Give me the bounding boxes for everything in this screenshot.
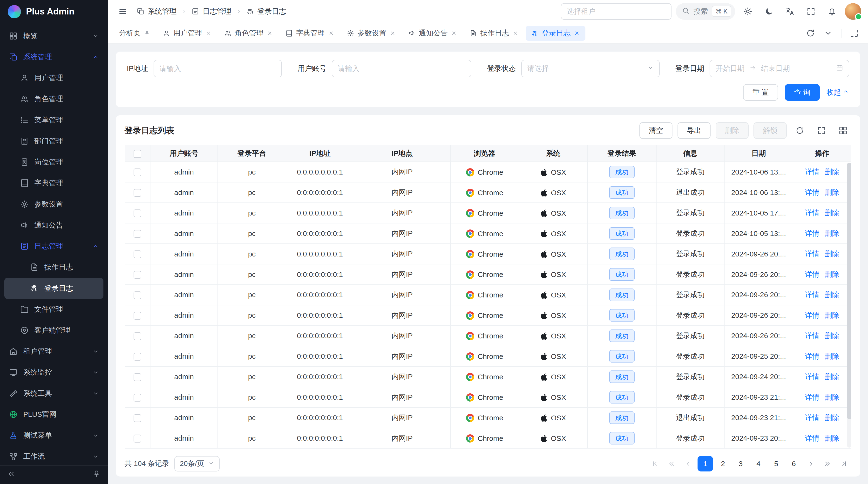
sidebar-item-test-menu[interactable]: 测试菜单: [4, 425, 103, 446]
detail-link[interactable]: 详情: [805, 332, 819, 340]
sidebar-item-user-mgmt[interactable]: 用户管理: [4, 67, 103, 89]
scrollbar-thumb[interactable]: [847, 163, 851, 419]
settings-button[interactable]: [740, 3, 756, 20]
select-all-checkbox[interactable]: [133, 150, 141, 158]
detail-link[interactable]: 详情: [805, 270, 819, 278]
pin-sidebar-button[interactable]: [92, 470, 100, 480]
detail-link[interactable]: 详情: [805, 291, 819, 299]
detail-link[interactable]: 详情: [805, 373, 819, 381]
row-checkbox[interactable]: [133, 312, 141, 320]
detail-link[interactable]: 详情: [805, 311, 819, 319]
sidebar-item-workflow[interactable]: 工作流: [4, 446, 103, 465]
prev-page-button[interactable]: [681, 456, 695, 471]
close-icon[interactable]: [267, 30, 273, 36]
sidebar-item-role-mgmt[interactable]: 角色管理: [4, 89, 103, 109]
next-5-pages-button[interactable]: [820, 456, 835, 471]
delete-link[interactable]: 删除: [825, 168, 839, 176]
detail-link[interactable]: 详情: [805, 434, 819, 442]
delete-link[interactable]: 删除: [825, 188, 839, 196]
delete-link[interactable]: 删除: [825, 393, 839, 401]
tab-dict-mgmt[interactable]: 字典管理: [280, 26, 340, 41]
tab-op-log[interactable]: 操作日志: [464, 26, 524, 41]
table-fullscreen-button[interactable]: [813, 122, 830, 139]
row-checkbox[interactable]: [133, 374, 141, 381]
detail-link[interactable]: 详情: [805, 168, 819, 176]
sidebar-item-client-mgmt[interactable]: 客户端管理: [4, 320, 103, 341]
tab-param-settings[interactable]: 参数设置: [341, 26, 401, 41]
close-icon[interactable]: [451, 30, 457, 36]
theme-toggle-button[interactable]: [761, 3, 777, 20]
sidebar-item-dept-mgmt[interactable]: 部门管理: [4, 131, 103, 152]
ip-input[interactable]: [154, 60, 282, 77]
row-checkbox[interactable]: [133, 168, 141, 176]
close-icon[interactable]: [513, 30, 518, 36]
detail-link[interactable]: 详情: [805, 352, 819, 360]
page-1-button[interactable]: 1: [698, 456, 713, 472]
row-checkbox[interactable]: [133, 332, 141, 340]
delete-link[interactable]: 删除: [825, 352, 839, 360]
breadcrumb-item-log-mgmt[interactable]: 日志管理: [191, 6, 231, 17]
delete-link[interactable]: 删除: [825, 270, 839, 278]
row-checkbox[interactable]: [133, 394, 141, 401]
tab-login-log[interactable]: 登录日志: [526, 26, 585, 41]
last-page-button[interactable]: [837, 456, 851, 471]
delete-link[interactable]: 删除: [825, 414, 839, 422]
sidebar-item-login-log[interactable]: 登录日志: [4, 278, 103, 299]
page-2-button[interactable]: 2: [715, 456, 731, 472]
refresh-tab-button[interactable]: [802, 25, 819, 41]
detail-link[interactable]: 详情: [805, 393, 819, 401]
delete-link[interactable]: 删除: [825, 373, 839, 381]
tab-role-mgmt[interactable]: 角色管理: [219, 26, 278, 41]
row-checkbox[interactable]: [133, 353, 141, 361]
prev-5-pages-button[interactable]: [664, 456, 679, 471]
delete-link[interactable]: 删除: [825, 332, 839, 340]
tenant-select[interactable]: [561, 3, 672, 20]
delete-link[interactable]: 删除: [825, 250, 839, 258]
first-page-button[interactable]: [648, 456, 662, 471]
next-page-button[interactable]: [804, 456, 818, 471]
reset-button[interactable]: 重 置: [743, 84, 778, 101]
row-checkbox[interactable]: [133, 209, 141, 217]
sidebar-item-tenant-mgmt[interactable]: 租户管理: [4, 341, 103, 362]
page-size-select[interactable]: 20条/页: [174, 456, 220, 472]
sidebar-item-dict-mgmt[interactable]: 字典管理: [4, 172, 103, 194]
row-checkbox[interactable]: [133, 434, 141, 442]
delete-link[interactable]: 删除: [825, 229, 839, 237]
page-3-button[interactable]: 3: [733, 456, 748, 472]
tab-menu-button[interactable]: [820, 25, 836, 41]
row-checkbox[interactable]: [133, 414, 141, 422]
row-checkbox[interactable]: [133, 271, 141, 279]
detail-link[interactable]: 详情: [805, 414, 819, 422]
collapse-sidebar-button[interactable]: [7, 470, 16, 480]
sidebar-toggle-button[interactable]: [115, 3, 131, 20]
close-icon[interactable]: [206, 30, 212, 36]
page-6-button[interactable]: 6: [786, 456, 802, 472]
status-select[interactable]: 请选择: [521, 60, 660, 77]
sidebar-item-log-mgmt[interactable]: 日志管理: [4, 236, 103, 257]
delete-link[interactable]: 删除: [825, 209, 839, 217]
page-4-button[interactable]: 4: [751, 456, 766, 472]
column-settings-button[interactable]: [835, 122, 851, 139]
delete-link[interactable]: 删除: [825, 434, 839, 442]
user-avatar[interactable]: [845, 3, 862, 20]
sidebar-item-notice[interactable]: 通知公告: [4, 215, 103, 236]
close-icon[interactable]: [574, 30, 580, 36]
detail-link[interactable]: 详情: [805, 250, 819, 258]
delete-link[interactable]: 删除: [825, 291, 839, 299]
account-input[interactable]: [332, 60, 471, 77]
app-logo[interactable]: Plus Admin: [0, 0, 108, 23]
close-icon[interactable]: [328, 30, 334, 36]
sidebar-item-menu-mgmt[interactable]: 菜单管理: [4, 110, 103, 131]
tab-user-mgmt[interactable]: 用户管理: [157, 26, 217, 41]
sidebar-item-sys-tools[interactable]: 系统工具: [4, 383, 103, 404]
tab-analysis[interactable]: 分析页: [114, 26, 156, 41]
row-checkbox[interactable]: [133, 189, 141, 197]
detail-link[interactable]: 详情: [805, 229, 819, 237]
sidebar-item-file-mgmt[interactable]: 文件管理: [4, 299, 103, 320]
sidebar-item-sys-monitor[interactable]: 系统监控: [4, 362, 103, 383]
global-search[interactable]: 搜索 ⌘ K: [676, 3, 735, 20]
sidebar-item-op-log[interactable]: 操作日志: [4, 257, 103, 278]
breadcrumb-item-login-log[interactable]: 登录日志: [246, 6, 286, 17]
refresh-table-button[interactable]: [792, 122, 808, 139]
detail-link[interactable]: 详情: [805, 188, 819, 196]
